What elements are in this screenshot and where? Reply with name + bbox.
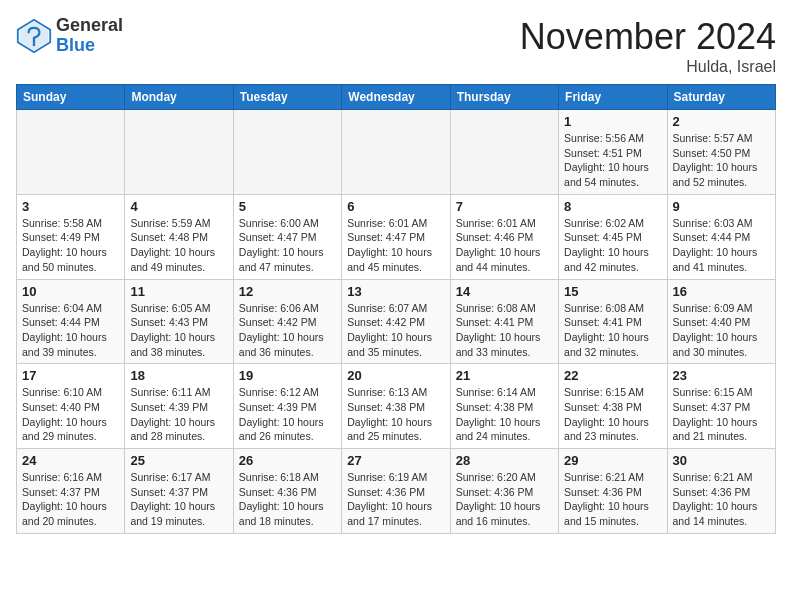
day-info: Sunrise: 6:02 AM Sunset: 4:45 PM Dayligh… [564,216,661,275]
day-number: 11 [130,284,227,299]
day-info: Sunrise: 6:13 AM Sunset: 4:38 PM Dayligh… [347,385,444,444]
day-number: 4 [130,199,227,214]
svg-point-2 [33,43,36,46]
calendar: SundayMondayTuesdayWednesdayThursdayFrid… [16,84,776,534]
week-row-5: 24Sunrise: 6:16 AM Sunset: 4:37 PM Dayli… [17,449,776,534]
calendar-cell: 4Sunrise: 5:59 AM Sunset: 4:48 PM Daylig… [125,194,233,279]
day-info: Sunrise: 6:15 AM Sunset: 4:38 PM Dayligh… [564,385,661,444]
day-info: Sunrise: 6:16 AM Sunset: 4:37 PM Dayligh… [22,470,119,529]
logo-general: General [56,16,123,36]
day-number: 9 [673,199,770,214]
day-header-tuesday: Tuesday [233,85,341,110]
day-number: 15 [564,284,661,299]
day-number: 27 [347,453,444,468]
day-number: 5 [239,199,336,214]
calendar-cell [450,110,558,195]
calendar-cell: 30Sunrise: 6:21 AM Sunset: 4:36 PM Dayli… [667,449,775,534]
day-number: 1 [564,114,661,129]
day-info: Sunrise: 5:56 AM Sunset: 4:51 PM Dayligh… [564,131,661,190]
logo: General Blue [16,16,123,56]
day-number: 16 [673,284,770,299]
calendar-cell: 5Sunrise: 6:00 AM Sunset: 4:47 PM Daylig… [233,194,341,279]
day-info: Sunrise: 6:19 AM Sunset: 4:36 PM Dayligh… [347,470,444,529]
day-info: Sunrise: 5:59 AM Sunset: 4:48 PM Dayligh… [130,216,227,275]
title-block: November 2024 Hulda, Israel [520,16,776,76]
calendar-cell: 11Sunrise: 6:05 AM Sunset: 4:43 PM Dayli… [125,279,233,364]
day-info: Sunrise: 6:01 AM Sunset: 4:46 PM Dayligh… [456,216,553,275]
day-number: 19 [239,368,336,383]
day-number: 29 [564,453,661,468]
day-number: 30 [673,453,770,468]
calendar-cell: 28Sunrise: 6:20 AM Sunset: 4:36 PM Dayli… [450,449,558,534]
day-info: Sunrise: 6:20 AM Sunset: 4:36 PM Dayligh… [456,470,553,529]
calendar-cell: 15Sunrise: 6:08 AM Sunset: 4:41 PM Dayli… [559,279,667,364]
calendar-cell [233,110,341,195]
day-number: 24 [22,453,119,468]
week-row-3: 10Sunrise: 6:04 AM Sunset: 4:44 PM Dayli… [17,279,776,364]
week-row-2: 3Sunrise: 5:58 AM Sunset: 4:49 PM Daylig… [17,194,776,279]
calendar-cell: 27Sunrise: 6:19 AM Sunset: 4:36 PM Dayli… [342,449,450,534]
day-info: Sunrise: 6:07 AM Sunset: 4:42 PM Dayligh… [347,301,444,360]
calendar-cell: 21Sunrise: 6:14 AM Sunset: 4:38 PM Dayli… [450,364,558,449]
day-info: Sunrise: 6:21 AM Sunset: 4:36 PM Dayligh… [673,470,770,529]
day-number: 8 [564,199,661,214]
day-info: Sunrise: 6:08 AM Sunset: 4:41 PM Dayligh… [564,301,661,360]
day-info: Sunrise: 6:00 AM Sunset: 4:47 PM Dayligh… [239,216,336,275]
day-number: 7 [456,199,553,214]
day-info: Sunrise: 6:06 AM Sunset: 4:42 PM Dayligh… [239,301,336,360]
logo-icon [16,18,52,54]
day-number: 25 [130,453,227,468]
calendar-cell: 12Sunrise: 6:06 AM Sunset: 4:42 PM Dayli… [233,279,341,364]
calendar-cell [125,110,233,195]
calendar-cell [342,110,450,195]
day-info: Sunrise: 6:08 AM Sunset: 4:41 PM Dayligh… [456,301,553,360]
day-info: Sunrise: 5:58 AM Sunset: 4:49 PM Dayligh… [22,216,119,275]
day-number: 28 [456,453,553,468]
day-info: Sunrise: 6:21 AM Sunset: 4:36 PM Dayligh… [564,470,661,529]
calendar-cell: 8Sunrise: 6:02 AM Sunset: 4:45 PM Daylig… [559,194,667,279]
day-number: 23 [673,368,770,383]
day-header-friday: Friday [559,85,667,110]
calendar-cell: 2Sunrise: 5:57 AM Sunset: 4:50 PM Daylig… [667,110,775,195]
day-number: 20 [347,368,444,383]
day-info: Sunrise: 6:17 AM Sunset: 4:37 PM Dayligh… [130,470,227,529]
day-number: 22 [564,368,661,383]
day-number: 10 [22,284,119,299]
month-title: November 2024 [520,16,776,58]
calendar-cell: 3Sunrise: 5:58 AM Sunset: 4:49 PM Daylig… [17,194,125,279]
day-info: Sunrise: 5:57 AM Sunset: 4:50 PM Dayligh… [673,131,770,190]
day-number: 18 [130,368,227,383]
calendar-cell: 14Sunrise: 6:08 AM Sunset: 4:41 PM Dayli… [450,279,558,364]
day-info: Sunrise: 6:03 AM Sunset: 4:44 PM Dayligh… [673,216,770,275]
day-info: Sunrise: 6:12 AM Sunset: 4:39 PM Dayligh… [239,385,336,444]
day-number: 14 [456,284,553,299]
day-number: 3 [22,199,119,214]
day-number: 21 [456,368,553,383]
day-header-sunday: Sunday [17,85,125,110]
day-info: Sunrise: 6:09 AM Sunset: 4:40 PM Dayligh… [673,301,770,360]
day-header-monday: Monday [125,85,233,110]
logo-text: General Blue [56,16,123,56]
day-number: 12 [239,284,336,299]
calendar-cell: 19Sunrise: 6:12 AM Sunset: 4:39 PM Dayli… [233,364,341,449]
day-number: 6 [347,199,444,214]
calendar-cell: 16Sunrise: 6:09 AM Sunset: 4:40 PM Dayli… [667,279,775,364]
day-number: 17 [22,368,119,383]
day-number: 26 [239,453,336,468]
day-info: Sunrise: 6:14 AM Sunset: 4:38 PM Dayligh… [456,385,553,444]
calendar-cell: 20Sunrise: 6:13 AM Sunset: 4:38 PM Dayli… [342,364,450,449]
calendar-cell: 1Sunrise: 5:56 AM Sunset: 4:51 PM Daylig… [559,110,667,195]
calendar-cell: 24Sunrise: 6:16 AM Sunset: 4:37 PM Dayli… [17,449,125,534]
day-info: Sunrise: 6:05 AM Sunset: 4:43 PM Dayligh… [130,301,227,360]
day-info: Sunrise: 6:04 AM Sunset: 4:44 PM Dayligh… [22,301,119,360]
logo-blue: Blue [56,36,123,56]
day-info: Sunrise: 6:10 AM Sunset: 4:40 PM Dayligh… [22,385,119,444]
calendar-header-row: SundayMondayTuesdayWednesdayThursdayFrid… [17,85,776,110]
day-number: 2 [673,114,770,129]
day-header-wednesday: Wednesday [342,85,450,110]
calendar-cell: 17Sunrise: 6:10 AM Sunset: 4:40 PM Dayli… [17,364,125,449]
calendar-cell: 13Sunrise: 6:07 AM Sunset: 4:42 PM Dayli… [342,279,450,364]
day-info: Sunrise: 6:01 AM Sunset: 4:47 PM Dayligh… [347,216,444,275]
location: Hulda, Israel [520,58,776,76]
day-info: Sunrise: 6:18 AM Sunset: 4:36 PM Dayligh… [239,470,336,529]
